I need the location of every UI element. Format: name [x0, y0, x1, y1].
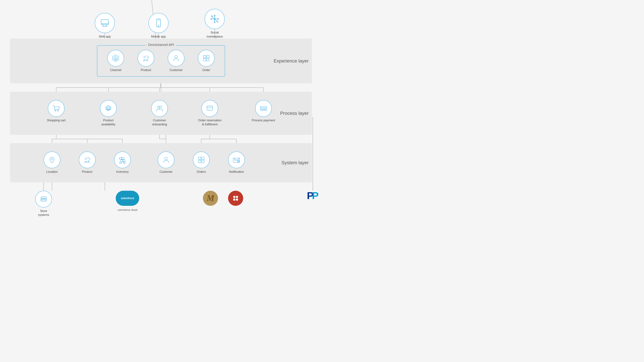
order-exp-circle	[198, 50, 215, 66]
svg-point-110	[236, 198, 238, 201]
svg-point-109	[233, 198, 236, 201]
mobile-app-circle	[148, 13, 168, 33]
node-product-sys: Product	[79, 151, 96, 174]
product-exp-circle	[138, 50, 154, 66]
process-band: Process layer Shopping cart	[10, 92, 312, 135]
cart-label: Shopping cart	[47, 118, 66, 122]
svg-point-107	[233, 196, 236, 198]
experience-band: Experience layer Omnichannel API	[10, 38, 312, 83]
svg-rect-64	[206, 58, 209, 61]
node-location: Location	[44, 151, 60, 174]
svg-rect-78	[261, 109, 263, 110]
node-customer-sys: Customer	[158, 151, 174, 174]
channel-circle	[107, 50, 124, 66]
svg-marker-69	[107, 108, 109, 110]
omnichannel-api-box: Omnichannel API Channel	[97, 45, 225, 77]
svg-point-106	[41, 198, 46, 200]
node-product-avail: Product availability	[96, 100, 121, 126]
product-sys-circle	[79, 151, 96, 168]
customer-sys-circle	[158, 151, 174, 168]
svg-point-83	[85, 161, 86, 163]
svg-rect-79	[263, 109, 266, 110]
svg-point-66	[57, 110, 59, 111]
diagram-wrapper: Web app Mobile app	[0, 0, 322, 227]
orders-sys-circle	[193, 151, 210, 168]
orders-sys-label: Orders	[196, 170, 206, 174]
svg-rect-94	[198, 160, 201, 163]
api-label: Omnichannel API	[146, 43, 176, 47]
customer-exp-label: Customer	[170, 68, 183, 72]
node-twilio	[228, 191, 243, 206]
svg-rect-88	[123, 160, 125, 162]
order-exp-label: Order	[202, 68, 210, 72]
node-inventory: Inventory	[114, 151, 131, 174]
svg-point-80	[51, 158, 53, 160]
location-circle	[44, 151, 60, 168]
svg-rect-90	[123, 162, 125, 163]
node-order-reservation: </> Order reservation & fulfillment	[198, 100, 222, 126]
inventory-circle	[114, 151, 131, 168]
svg-rect-76	[260, 107, 267, 111]
product-avail-label: Product availability	[96, 118, 121, 126]
social-circle	[204, 9, 225, 29]
web-app-label: Web app	[99, 35, 111, 38]
order-res-label: Order reservation & fulfillment	[198, 118, 222, 126]
node-product-exp: Product	[138, 50, 154, 72]
customer-sys-label: Customer	[160, 170, 172, 174]
svg-point-71	[160, 106, 162, 108]
system-layer-label: System layer	[282, 160, 308, 165]
svg-rect-89	[120, 162, 122, 163]
svg-rect-63	[204, 58, 206, 61]
product-sys-label: Product	[82, 170, 92, 174]
svg-point-58	[144, 60, 145, 61]
svg-point-91	[165, 157, 167, 160]
notification-label: Notification	[229, 170, 244, 174]
node-shopping-cart: Shopping cart	[47, 100, 66, 122]
diagram-container: Web app Mobile app	[0, 0, 322, 227]
svg-rect-93	[202, 157, 204, 160]
node-order-exp: Order	[198, 50, 215, 72]
node-customer-onboard: Customer onboarding	[151, 100, 168, 126]
node-web-app: Web app	[95, 13, 115, 38]
cart-circle	[48, 100, 64, 117]
store-label: Store systems	[35, 209, 52, 217]
mobile-app-label: Mobile app	[151, 35, 166, 38]
svg-rect-87	[121, 160, 123, 162]
inventory-label: Inventory	[116, 170, 129, 174]
svg-point-59	[147, 60, 148, 61]
svg-point-72	[159, 109, 160, 109]
customer-exp-circle	[168, 50, 184, 66]
svg-rect-85	[120, 157, 122, 159]
product-exp-label: Product	[141, 68, 151, 72]
order-res-circle: </>	[202, 100, 218, 117]
channel-label: Channel	[110, 68, 121, 72]
svg-point-38	[158, 26, 159, 26]
node-paypal: PP	[307, 191, 319, 201]
svg-text:</>: </>	[208, 108, 211, 110]
node-social-marketplace: Social marketplace	[202, 9, 227, 38]
node-channel: Channel	[107, 50, 124, 72]
svg-point-70	[157, 106, 159, 108]
svg-rect-32	[101, 19, 108, 25]
node-store-systems: Store systems	[35, 191, 52, 217]
customer-onboard-label: Customer onboarding	[152, 118, 167, 126]
svg-rect-86	[122, 157, 124, 159]
node-mobile-app: Mobile app	[148, 13, 168, 38]
node-customer-exp: Customer	[168, 50, 184, 72]
sf-label: commerce cloud	[118, 209, 137, 212]
product-avail-circle	[100, 100, 117, 117]
node-gmail: M	[203, 191, 218, 206]
experience-layer-label: Experience layer	[274, 58, 308, 64]
svg-line-51	[212, 16, 215, 19]
svg-rect-95	[202, 160, 204, 163]
node-salesforce: salesforce commerce cloud	[116, 191, 139, 212]
paypal-logo: PP	[307, 191, 319, 201]
sf-logo-shape: salesforce	[116, 191, 139, 206]
svg-marker-55	[115, 58, 116, 60]
node-notification: Notification	[228, 151, 245, 174]
social-label: Social marketplace	[202, 31, 227, 38]
svg-rect-62	[206, 55, 209, 58]
customer-onboard-circle	[151, 100, 168, 117]
web-app-circle	[95, 13, 115, 33]
notification-circle	[228, 151, 245, 168]
